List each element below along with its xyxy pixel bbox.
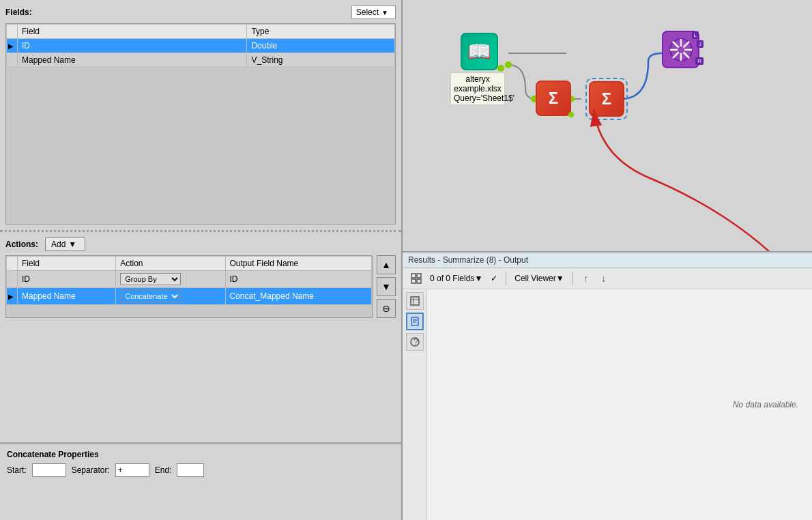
add-arrow-icon: ▼ — [68, 240, 76, 249]
select-arrow-icon: ▼ — [381, 9, 388, 16]
fields-col-type: Type — [247, 25, 395, 39]
summarize-node-1[interactable]: Σ — [536, 81, 571, 116]
select-label: Select — [356, 8, 379, 17]
action-select[interactable]: Concatenate Group By — [120, 290, 181, 302]
move-down-button[interactable]: ▼ — [377, 277, 396, 296]
table-row[interactable]: Mapped Name V_String — [7, 53, 395, 68]
sigma-icon-1: Σ — [549, 89, 558, 108]
fields-count-button[interactable]: 0 of 0 Fields ▼ — [427, 272, 485, 285]
svg-rect-13 — [417, 279, 421, 283]
results-body: ? No data available. — [403, 289, 812, 520]
profile-icon — [410, 317, 420, 326]
svg-text:?: ? — [414, 337, 418, 347]
book-icon: 📖 — [467, 40, 491, 63]
fields-col-arrow — [7, 25, 18, 39]
no-data-label: No data available. — [733, 400, 798, 409]
act-field-cell: ID — [18, 271, 116, 288]
scroll-up-button[interactable]: ↑ — [579, 271, 594, 286]
results-panel: Results - Summarize (8) - Output 0 of 0 … — [403, 252, 812, 520]
add-dropdown[interactable]: Add ▼ — [45, 237, 85, 251]
results-icon-active[interactable] — [406, 313, 424, 330]
row-arrow: ▶ — [7, 288, 18, 305]
cell-viewer-button[interactable]: Cell Viewer ▼ — [512, 272, 566, 285]
results-title: Results - Summarize (8) - Output — [408, 255, 528, 265]
svg-point-8 — [678, 46, 684, 53]
question-icon: ? — [410, 337, 420, 347]
results-icon-3[interactable]: ? — [406, 333, 424, 351]
book-node[interactable]: 📖 alteryx example.xlsx Query='Sheet1$' — [461, 33, 502, 74]
row-arrow: ▶ — [7, 39, 18, 53]
act-col-action: Action — [116, 257, 225, 271]
act-col-arrow — [7, 257, 18, 271]
right-panel: 📖 alteryx example.xlsx Query='Sheet1$' — [403, 0, 812, 520]
svg-rect-17 — [411, 317, 418, 326]
field-name-cell: Mapped Name — [18, 53, 247, 68]
svg-point-0 — [505, 61, 512, 68]
fields-table: Field Type ▶ ID Double Mapped Name — [6, 24, 395, 68]
star-node[interactable]: L J R — [662, 31, 699, 68]
dropdown-arrow-icon: ▼ — [474, 274, 482, 283]
badge-j: J — [697, 40, 704, 48]
table-row[interactable]: ID Group By Concatenate — [7, 271, 372, 288]
move-up-button[interactable]: ▲ — [377, 255, 396, 274]
main-layout: Fields: Select ▼ Field Type — [0, 0, 812, 520]
svg-rect-10 — [411, 274, 416, 278]
node-label: alteryx example.xlsx Query='Sheet1$' — [450, 72, 505, 105]
fields-col-field: Field — [18, 25, 247, 39]
end-label: End: — [155, 465, 172, 475]
svg-rect-14 — [411, 297, 419, 305]
cell-viewer-label: Cell Viewer — [514, 274, 555, 283]
actions-main: Field Action Output Field Name ID — [5, 255, 373, 318]
toolbar-divider-2 — [572, 272, 573, 285]
table-row[interactable]: ▶ Mapped Name Concatenate Group By — [7, 288, 372, 305]
left-panel: Fields: Select ▼ Field Type — [0, 0, 403, 520]
actions-header: Actions: Add ▼ — [5, 237, 396, 251]
field-type-cell: Double — [247, 39, 395, 53]
act-action-cell: Concatenate Group By — [116, 288, 225, 305]
canvas-area: 📖 alteryx example.xlsx Query='Sheet1$' — [403, 0, 812, 252]
concat-title: Concatenate Properties — [7, 450, 394, 459]
add-label: Add — [51, 240, 66, 249]
star-node-inner: L J R — [662, 31, 699, 68]
row-arrow — [7, 53, 18, 68]
svg-rect-12 — [411, 279, 416, 283]
action-select[interactable]: Group By Concatenate — [120, 273, 181, 285]
fields-count: 0 of 0 Fields — [430, 274, 474, 283]
act-output-cell: ID — [225, 271, 371, 288]
badge-l: L — [692, 31, 699, 39]
fields-label: Fields: — [5, 8, 32, 17]
start-label: Start: — [7, 465, 27, 475]
sum-node-inner-2: Σ — [589, 81, 624, 117]
act-col-field: Field — [18, 257, 116, 271]
cell-viewer-arrow: ▼ — [556, 274, 564, 283]
actions-section: Actions: Add ▼ Field Action — [0, 232, 401, 444]
summarize-node-2[interactable]: Σ — [585, 78, 628, 120]
results-header: Results - Summarize (8) - Output — [403, 252, 812, 268]
act-field-cell: Mapped Name — [18, 288, 116, 305]
checkmark-icon: ✓ — [491, 274, 497, 283]
results-icon-1[interactable] — [406, 292, 424, 310]
start-input[interactable] — [32, 463, 66, 477]
svg-rect-11 — [417, 274, 421, 278]
remove-button[interactable]: ⊖ — [377, 299, 396, 318]
results-side-icons: ? — [403, 289, 427, 520]
grid-view-button[interactable] — [408, 272, 424, 285]
toolbar-divider — [506, 272, 506, 285]
row-arrow — [7, 271, 18, 288]
scroll-down-button[interactable]: ↓ — [596, 271, 611, 286]
results-content: No data available. — [427, 289, 812, 520]
end-input[interactable] — [177, 463, 204, 477]
results-toolbar: 0 of 0 Fields ▼ ✓ Cell Viewer ▼ ↑ ↓ — [403, 268, 812, 289]
grid-icon — [411, 273, 422, 284]
table-row[interactable]: ▶ ID Double — [7, 39, 395, 53]
separator-input[interactable] — [115, 463, 149, 477]
fields-section: Fields: Select ▼ Field Type — [0, 0, 401, 232]
sigma-icon-2: Σ — [602, 89, 611, 109]
actions-row: Field Action Output Field Name ID — [5, 255, 396, 318]
badge-r: R — [695, 57, 704, 65]
star-icon — [669, 38, 693, 62]
concat-fields: Start: Separator: End: — [7, 463, 394, 477]
checkmark-button[interactable]: ✓ — [488, 272, 500, 285]
select-dropdown[interactable]: Select ▼ — [351, 5, 396, 19]
book-node-inner: 📖 — [461, 33, 498, 70]
